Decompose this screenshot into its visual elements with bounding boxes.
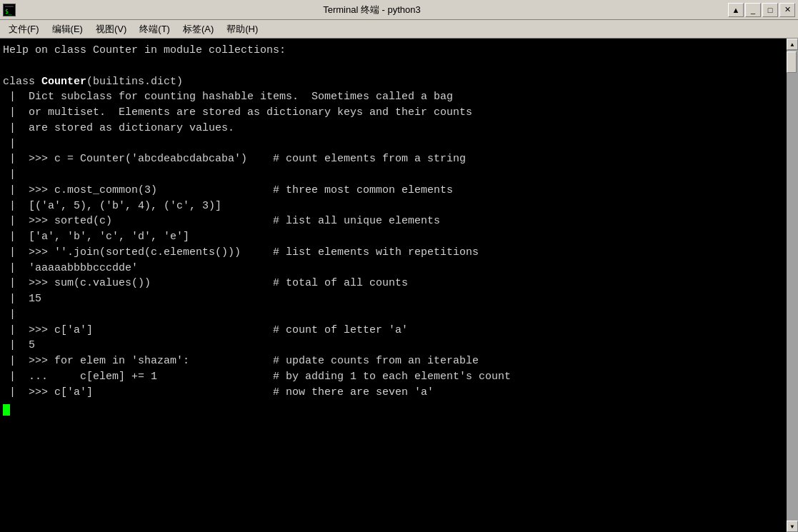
scroll-up-button[interactable]: ▲ [728, 3, 744, 17]
maximize-button[interactable]: □ [762, 3, 778, 17]
terminal-cursor [3, 404, 10, 416]
scrollbar-thumb[interactable] [787, 51, 797, 73]
doc-line-1: | Dict subclass for counting hashable it… [3, 91, 453, 103]
svg-text:$_: $_ [5, 9, 12, 15]
example-8: | >>> c['a'] # now there are seven 'a' [3, 386, 434, 398]
close-button[interactable]: ✕ [779, 3, 795, 17]
example-4: | >>> ''.join(sorted(c.elements())) # li… [3, 246, 479, 259]
menu-tabs[interactable]: 标签(A) [177, 21, 219, 37]
menu-help[interactable]: 帮助(H) [221, 21, 264, 37]
example-3-result: | ['a', 'b', 'c', 'd', 'e'] [3, 231, 189, 243]
example-7: | >>> for elem in 'shazam': # update cou… [3, 355, 479, 367]
terminal-area: Help on class Counter in module collecti… [0, 39, 798, 532]
example-7-cont: | ... c[elem] += 1 # by adding 1 to each… [3, 371, 511, 383]
cursor-line [3, 401, 10, 413]
example-6-result: | 5 [3, 339, 35, 351]
example-6: | >>> c['a'] # count of letter 'a' [3, 324, 408, 336]
example-5: | >>> sum(c.values()) # total of all cou… [3, 277, 408, 289]
menu-view[interactable]: 视图(V) [90, 21, 132, 37]
blank-2: | [3, 308, 16, 321]
help-line: Help on class Counter in module collecti… [3, 44, 286, 56]
scroll-up-arrow[interactable]: ▲ [787, 39, 798, 50]
class-line: class Counter(builtins.dict) [3, 76, 183, 88]
minimize-button[interactable]: _ [745, 3, 761, 17]
example-1: | >>> c = Counter('abcdeabcdabcaba') # c… [3, 153, 466, 165]
doc-line-4: | [3, 138, 16, 150]
example-5-result: | 15 [3, 293, 41, 305]
terminal-output: Help on class Counter in module collecti… [3, 43, 784, 416]
terminal-icon: $_ [3, 4, 16, 16]
scroll-down-arrow[interactable]: ▼ [787, 521, 798, 532]
example-2-result: | [('a', 5), ('b', 4), ('c', 3)] [3, 200, 221, 212]
window-title: Terminal 终端 - python3 [16, 4, 728, 16]
doc-line-3: | are stored as dictionary values. [3, 122, 234, 134]
blank-1: | [3, 169, 16, 181]
menu-file[interactable]: 文件(F) [3, 21, 45, 37]
example-2: | >>> c.most_common(3) # three most comm… [3, 184, 453, 196]
scrollbar-track[interactable] [787, 50, 798, 521]
title-bar-left: $_ [3, 4, 16, 16]
menu-terminal[interactable]: 终端(T) [134, 21, 176, 37]
example-3: | >>> sorted(c) # list all unique elemen… [3, 215, 440, 227]
window-controls: ▲ _ □ ✕ [728, 3, 795, 17]
svg-rect-1 [5, 6, 14, 7]
menu-bar: 文件(F) 编辑(E) 视图(V) 终端(T) 标签(A) 帮助(H) [0, 20, 798, 39]
scrollbar[interactable]: ▲ ▼ [787, 39, 798, 532]
example-4-result: | 'aaaaabbbbcccdde' [3, 262, 138, 274]
title-bar: $_ Terminal 终端 - python3 ▲ _ □ ✕ [0, 0, 798, 20]
menu-edit[interactable]: 编辑(E) [46, 21, 89, 37]
terminal-content[interactable]: Help on class Counter in module collecti… [0, 39, 787, 532]
doc-line-2: | or multiset. Elements are stored as di… [3, 106, 472, 119]
